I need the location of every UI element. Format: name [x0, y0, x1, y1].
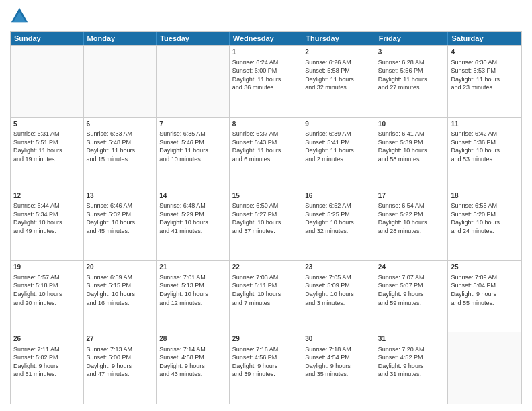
- day-number: 8: [232, 120, 300, 129]
- calendar-row-5: 26Sunrise: 7:11 AM Sunset: 5:02 PM Dayli…: [11, 332, 521, 404]
- logo: [10, 7, 32, 26]
- cell-content: Sunrise: 7:01 AM Sunset: 5:13 PM Dayligh…: [159, 273, 226, 307]
- calendar-cell: 9Sunrise: 6:39 AM Sunset: 5:41 PM Daylig…: [302, 118, 375, 189]
- day-number: 30: [305, 334, 372, 344]
- header-day-sunday: Sunday: [11, 32, 84, 45]
- cell-content: Sunrise: 6:30 AM Sunset: 5:53 PM Dayligh…: [451, 58, 519, 92]
- day-number: 3: [378, 48, 445, 57]
- cell-content: Sunrise: 7:09 AM Sunset: 5:04 PM Dayligh…: [451, 273, 519, 307]
- calendar-cell: [84, 46, 157, 117]
- calendar-cell: 3Sunrise: 6:28 AM Sunset: 5:56 PM Daylig…: [375, 46, 449, 117]
- calendar-cell: 29Sunrise: 7:16 AM Sunset: 4:56 PM Dayli…: [230, 332, 303, 404]
- cell-content: Sunrise: 7:03 AM Sunset: 5:11 PM Dayligh…: [232, 273, 300, 307]
- calendar-row-3: 12Sunrise: 6:44 AM Sunset: 5:34 PM Dayli…: [11, 189, 521, 261]
- day-number: 11: [451, 120, 519, 129]
- calendar-cell: 1Sunrise: 6:24 AM Sunset: 6:00 PM Daylig…: [230, 46, 303, 117]
- day-number: 4: [451, 48, 519, 57]
- day-number: 15: [232, 191, 300, 201]
- cell-content: Sunrise: 6:28 AM Sunset: 5:56 PM Dayligh…: [378, 58, 445, 92]
- calendar-cell: 17Sunrise: 6:54 AM Sunset: 5:22 PM Dayli…: [375, 189, 449, 261]
- cell-content: Sunrise: 6:33 AM Sunset: 5:48 PM Dayligh…: [87, 130, 154, 163]
- cell-content: Sunrise: 7:13 AM Sunset: 5:00 PM Dayligh…: [87, 345, 154, 379]
- cell-content: Sunrise: 7:14 AM Sunset: 4:58 PM Dayligh…: [159, 345, 226, 379]
- calendar-cell: 15Sunrise: 6:50 AM Sunset: 5:27 PM Dayli…: [230, 189, 303, 261]
- calendar-cell: 6Sunrise: 6:33 AM Sunset: 5:48 PM Daylig…: [84, 118, 157, 189]
- cell-content: Sunrise: 7:16 AM Sunset: 4:56 PM Dayligh…: [232, 345, 300, 379]
- day-number: 5: [13, 120, 81, 129]
- day-number: 1: [232, 48, 300, 57]
- calendar-cell: 11Sunrise: 6:42 AM Sunset: 5:36 PM Dayli…: [448, 118, 521, 189]
- calendar-cell: [11, 46, 84, 117]
- header-day-wednesday: Wednesday: [230, 32, 303, 45]
- day-number: 16: [305, 191, 372, 201]
- calendar-cell: 31Sunrise: 7:20 AM Sunset: 4:52 PM Dayli…: [375, 332, 449, 404]
- calendar-cell: 10Sunrise: 6:41 AM Sunset: 5:39 PM Dayli…: [375, 118, 449, 189]
- day-number: 18: [451, 191, 519, 201]
- cell-content: Sunrise: 6:39 AM Sunset: 5:41 PM Dayligh…: [305, 130, 372, 163]
- calendar: SundayMondayTuesdayWednesdayThursdayFrid…: [10, 31, 522, 404]
- calendar-cell: 18Sunrise: 6:55 AM Sunset: 5:20 PM Dayli…: [448, 189, 521, 261]
- cell-content: Sunrise: 6:52 AM Sunset: 5:25 PM Dayligh…: [305, 201, 372, 235]
- day-number: 2: [305, 48, 372, 57]
- cell-content: Sunrise: 6:59 AM Sunset: 5:15 PM Dayligh…: [87, 273, 154, 307]
- cell-content: Sunrise: 6:54 AM Sunset: 5:22 PM Dayligh…: [378, 201, 445, 235]
- calendar-row-2: 5Sunrise: 6:31 AM Sunset: 5:51 PM Daylig…: [11, 117, 521, 189]
- calendar-cell: 20Sunrise: 6:59 AM Sunset: 5:15 PM Dayli…: [84, 261, 157, 332]
- cell-content: Sunrise: 6:55 AM Sunset: 5:20 PM Dayligh…: [451, 201, 519, 235]
- header-day-friday: Friday: [375, 32, 449, 45]
- header-day-saturday: Saturday: [448, 32, 521, 45]
- day-number: 27: [87, 334, 154, 344]
- day-number: 28: [159, 334, 226, 344]
- header-day-thursday: Thursday: [302, 32, 375, 45]
- cell-content: Sunrise: 7:07 AM Sunset: 5:07 PM Dayligh…: [378, 273, 445, 307]
- day-number: 22: [232, 263, 300, 272]
- cell-content: Sunrise: 6:24 AM Sunset: 6:00 PM Dayligh…: [232, 58, 300, 92]
- cell-content: Sunrise: 7:05 AM Sunset: 5:09 PM Dayligh…: [305, 273, 372, 307]
- page-header: [10, 7, 522, 26]
- calendar-cell: 27Sunrise: 7:13 AM Sunset: 5:00 PM Dayli…: [84, 332, 157, 404]
- day-number: 29: [232, 334, 300, 344]
- day-number: 23: [305, 263, 372, 272]
- calendar-cell: 7Sunrise: 6:35 AM Sunset: 5:46 PM Daylig…: [157, 118, 230, 189]
- calendar-row-1: 1Sunrise: 6:24 AM Sunset: 6:00 PM Daylig…: [11, 45, 521, 117]
- calendar-cell: 12Sunrise: 6:44 AM Sunset: 5:34 PM Dayli…: [11, 189, 84, 261]
- cell-content: Sunrise: 6:50 AM Sunset: 5:27 PM Dayligh…: [232, 201, 300, 235]
- day-number: 31: [378, 334, 445, 344]
- calendar-cell: 19Sunrise: 6:57 AM Sunset: 5:18 PM Dayli…: [11, 261, 84, 332]
- calendar-cell: [448, 332, 521, 404]
- calendar-cell: 28Sunrise: 7:14 AM Sunset: 4:58 PM Dayli…: [157, 332, 230, 404]
- day-number: 10: [378, 120, 445, 129]
- cell-content: Sunrise: 6:46 AM Sunset: 5:32 PM Dayligh…: [87, 201, 154, 235]
- calendar-cell: [157, 46, 230, 117]
- day-number: 6: [87, 120, 154, 129]
- logo-icon: [10, 7, 29, 26]
- cell-content: Sunrise: 7:18 AM Sunset: 4:54 PM Dayligh…: [305, 345, 372, 379]
- calendar-cell: 8Sunrise: 6:37 AM Sunset: 5:43 PM Daylig…: [230, 118, 303, 189]
- cell-content: Sunrise: 6:26 AM Sunset: 5:58 PM Dayligh…: [305, 58, 372, 92]
- day-number: 25: [451, 263, 519, 272]
- cell-content: Sunrise: 7:11 AM Sunset: 5:02 PM Dayligh…: [13, 345, 81, 379]
- cell-content: Sunrise: 6:31 AM Sunset: 5:51 PM Dayligh…: [13, 130, 81, 163]
- cell-content: Sunrise: 6:44 AM Sunset: 5:34 PM Dayligh…: [13, 201, 81, 235]
- cell-content: Sunrise: 7:20 AM Sunset: 4:52 PM Dayligh…: [378, 345, 445, 379]
- day-number: 19: [13, 263, 81, 272]
- cell-content: Sunrise: 6:37 AM Sunset: 5:43 PM Dayligh…: [232, 130, 300, 163]
- calendar-cell: 4Sunrise: 6:30 AM Sunset: 5:53 PM Daylig…: [448, 46, 521, 117]
- day-number: 20: [87, 263, 154, 272]
- calendar-cell: 21Sunrise: 7:01 AM Sunset: 5:13 PM Dayli…: [157, 261, 230, 332]
- day-number: 7: [159, 120, 226, 129]
- day-number: 9: [305, 120, 372, 129]
- header-day-tuesday: Tuesday: [157, 32, 230, 45]
- cell-content: Sunrise: 6:42 AM Sunset: 5:36 PM Dayligh…: [451, 130, 519, 163]
- calendar-header: SundayMondayTuesdayWednesdayThursdayFrid…: [11, 32, 521, 45]
- day-number: 14: [159, 191, 226, 201]
- day-number: 12: [13, 191, 81, 201]
- day-number: 21: [159, 263, 226, 272]
- cell-content: Sunrise: 6:35 AM Sunset: 5:46 PM Dayligh…: [159, 130, 226, 163]
- cell-content: Sunrise: 6:48 AM Sunset: 5:29 PM Dayligh…: [159, 201, 226, 235]
- header-day-monday: Monday: [84, 32, 157, 45]
- day-number: 13: [87, 191, 154, 201]
- day-number: 17: [378, 191, 445, 201]
- calendar-cell: 14Sunrise: 6:48 AM Sunset: 5:29 PM Dayli…: [157, 189, 230, 261]
- cell-content: Sunrise: 6:41 AM Sunset: 5:39 PM Dayligh…: [378, 130, 445, 163]
